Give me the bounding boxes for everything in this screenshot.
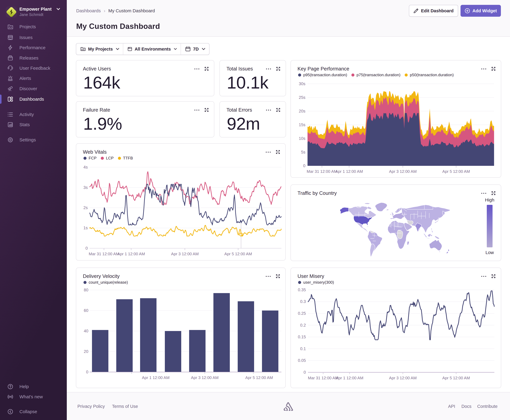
svg-text:Apr 3 12:00 AM: Apr 3 12:00 AM [191,375,219,380]
svg-text:1s: 1s [83,226,88,230]
svg-text:Apr 3 12:00 AM: Apr 3 12:00 AM [389,376,417,380]
svg-text:0: 0 [303,370,306,375]
svg-text:Apr 5 12:00 AM: Apr 5 12:00 AM [442,376,470,380]
svg-text:Low: Low [485,250,494,255]
svg-text:0.05: 0.05 [298,358,306,363]
svg-text:10s: 10s [299,136,305,141]
svg-text:Mar 31 12:00 AM: Mar 31 12:00 AM [89,252,119,256]
svg-text:0.3: 0.3 [300,299,306,304]
svg-text:15s: 15s [299,122,305,127]
svg-text:Apr 3 12:00 AM: Apr 3 12:00 AM [389,169,417,174]
svg-text:Mar 31 12:00 AM: Mar 31 12:00 AM [308,376,339,380]
svg-text:0.15: 0.15 [298,335,306,339]
svg-text:0: 0 [85,246,88,251]
svg-text:5s: 5s [301,150,305,154]
svg-text:60: 60 [84,308,88,313]
svg-text:80: 80 [84,288,88,292]
svg-text:30s: 30s [299,82,305,86]
svg-text:Apr 3 12:00 AM: Apr 3 12:00 AM [171,252,199,256]
svg-text:High: High [485,197,494,202]
svg-text:0: 0 [303,164,305,168]
svg-text:0.1: 0.1 [300,346,306,351]
svg-text:20: 20 [84,349,88,354]
svg-text:2s: 2s [83,205,88,210]
svg-text:3s: 3s [83,185,88,190]
svg-text:0: 0 [86,370,88,374]
svg-text:Apr 5 12:00 AM: Apr 5 12:00 AM [442,169,470,174]
svg-text:20s: 20s [299,109,305,113]
svg-text:Apr 1 12:00 AM: Apr 1 12:00 AM [335,169,363,174]
svg-text:Apr 1 12:00 AM: Apr 1 12:00 AM [336,376,363,380]
svg-text:25s: 25s [299,95,305,100]
svg-text:0.35: 0.35 [298,288,306,292]
svg-text:Apr 5 12:00 AM: Apr 5 12:00 AM [224,252,252,256]
svg-text:40: 40 [84,329,88,333]
svg-text:Apr 1 12:00 AM: Apr 1 12:00 AM [142,375,170,380]
svg-text:0.25: 0.25 [298,311,306,316]
svg-text:Mar 31 12:00 AM: Mar 31 12:00 AM [307,169,337,174]
svg-text:Apr 1 12:00 AM: Apr 1 12:00 AM [117,252,145,256]
svg-text:4s: 4s [83,165,88,169]
svg-text:Apr 5 12:00 AM: Apr 5 12:00 AM [245,375,273,380]
svg-text:0.2: 0.2 [300,323,306,328]
